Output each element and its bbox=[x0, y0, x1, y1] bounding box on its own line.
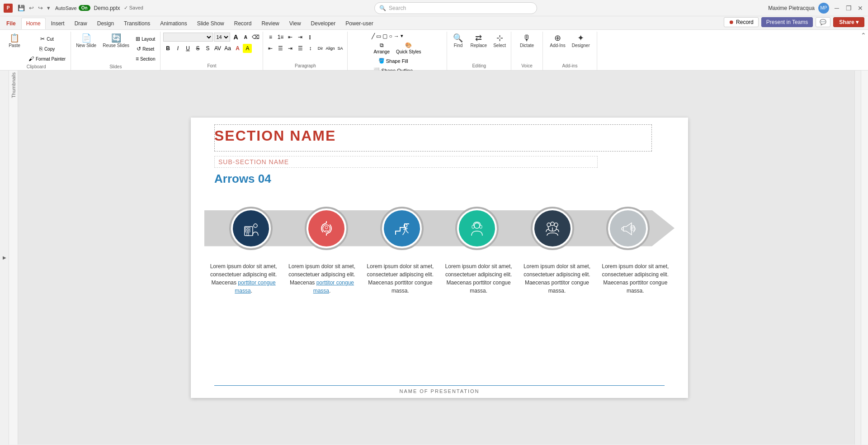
strikethrough-btn[interactable]: S bbox=[193, 44, 202, 53]
align-center-btn[interactable]: ☰ bbox=[276, 44, 285, 53]
share-button[interactable]: Share ▾ bbox=[833, 17, 864, 27]
voice-group-label: Voice bbox=[521, 62, 532, 69]
shape-rounded-rect[interactable]: ▢ bbox=[382, 33, 388, 40]
tab-poweruser[interactable]: Power-user bbox=[341, 18, 377, 29]
tab-design[interactable]: Design bbox=[93, 18, 118, 29]
align-right-btn[interactable]: ⇥ bbox=[286, 44, 295, 53]
shape-arrow[interactable]: → bbox=[393, 33, 400, 40]
minimize-btn[interactable]: ─ bbox=[833, 4, 841, 12]
file-name: Demo.pptx bbox=[94, 5, 120, 11]
change-case-btn[interactable]: Aa bbox=[223, 44, 232, 53]
desc-item-4: Lorem ipsum dolor sit amet, consectetuer… bbox=[443, 262, 515, 295]
svg-point-7 bbox=[323, 225, 330, 232]
shape-line[interactable]: ╱ bbox=[371, 33, 375, 40]
quick-styles-button[interactable]: 🎨 Quick Styles bbox=[394, 41, 424, 56]
circle-outer-3 bbox=[380, 207, 424, 250]
shape-rect[interactable]: ▭ bbox=[376, 33, 382, 40]
dictate-button[interactable]: 🎙 Dictate bbox=[518, 33, 536, 49]
columns-btn[interactable]: ⫿ bbox=[306, 33, 315, 42]
select-button[interactable]: ⊹ Select bbox=[491, 33, 508, 49]
font-family-select[interactable] bbox=[163, 33, 213, 42]
ribbon-group-clipboard: 📋 Paste ✂ Cut ⎘ Copy 🖌 Format Painter Cl… bbox=[2, 32, 71, 70]
section-name[interactable]: SECTION NAME bbox=[214, 128, 652, 144]
justify-btn[interactable]: ☰ bbox=[296, 44, 305, 53]
tab-draw[interactable]: Draw bbox=[70, 18, 92, 29]
qa-save-btn[interactable]: 💾 bbox=[16, 4, 26, 12]
autosave-toggle[interactable]: On bbox=[79, 5, 90, 11]
slide-title[interactable]: Arrows 04 bbox=[214, 172, 271, 186]
numbering-btn[interactable]: 1≡ bbox=[276, 33, 285, 42]
sidebar-toggle[interactable]: ▶ bbox=[0, 71, 9, 445]
desc-link-1[interactable]: porttitor congue massa bbox=[235, 279, 275, 294]
ribbon-collapse-btn[interactable]: ⌃ bbox=[861, 32, 866, 39]
scrollbar-vertical[interactable] bbox=[854, 71, 861, 445]
highlight-btn[interactable]: A bbox=[243, 44, 252, 53]
find-button[interactable]: 🔍 Find bbox=[450, 33, 466, 49]
underline-btn[interactable]: U bbox=[183, 44, 192, 53]
decrease-indent-btn[interactable]: ⇤ bbox=[286, 33, 295, 42]
tab-review[interactable]: Review bbox=[257, 18, 283, 29]
slide-canvas[interactable]: SECTION NAME SUB-SECTION NAME Arrows 04 bbox=[191, 118, 688, 398]
bold-btn[interactable]: B bbox=[163, 44, 172, 53]
quick-access-toolbar: 💾 ↩ ↪ ▾ bbox=[16, 4, 52, 12]
new-slide-button[interactable]: 📄 New Slide bbox=[74, 33, 99, 49]
font-size-select[interactable]: 14 bbox=[214, 33, 230, 42]
align-text-btn[interactable]: Align bbox=[326, 44, 335, 53]
char-spacing-btn[interactable]: AV bbox=[213, 44, 222, 53]
circle-icon-3 bbox=[392, 218, 412, 238]
search-box[interactable]: 🔍 Search bbox=[374, 2, 537, 14]
direction-btn[interactable]: Dir bbox=[316, 44, 325, 53]
tab-view[interactable]: View bbox=[285, 18, 306, 29]
qa-redo-btn[interactable]: ↪ bbox=[37, 4, 44, 12]
restore-btn[interactable]: ❐ bbox=[844, 4, 853, 12]
record-button[interactable]: ⏺ Record bbox=[724, 17, 759, 27]
desc-link-2[interactable]: porttitor congue massa bbox=[313, 279, 354, 294]
italic-btn[interactable]: I bbox=[173, 44, 182, 53]
copy-button[interactable]: ⎘ Copy bbox=[26, 44, 68, 53]
reset-button[interactable]: ↺ Reset bbox=[133, 44, 157, 53]
descriptions-row: Lorem ipsum dolor sit amet, consectetuer… bbox=[204, 262, 675, 295]
bullets-btn[interactable]: ≡ bbox=[266, 33, 275, 42]
tab-insert[interactable]: Insert bbox=[47, 18, 69, 29]
smartart-btn[interactable]: SA bbox=[335, 44, 344, 53]
tab-animations[interactable]: Animations bbox=[156, 18, 191, 29]
autosave: AutoSave On bbox=[55, 5, 90, 11]
shape-fill-button[interactable]: 🪣 Shape Fill bbox=[371, 57, 415, 65]
tab-slideshow[interactable]: Slide Show bbox=[193, 18, 229, 29]
qa-undo-btn[interactable]: ↩ bbox=[28, 4, 35, 12]
format-painter-button[interactable]: 🖌 Format Painter bbox=[26, 54, 68, 63]
align-left-btn[interactable]: ⇤ bbox=[266, 44, 275, 53]
saved-badge: ✓ Saved bbox=[124, 5, 143, 11]
designer-button[interactable]: ✦ Designer bbox=[570, 33, 592, 49]
tab-transitions[interactable]: Transitions bbox=[119, 18, 155, 29]
increase-indent-btn[interactable]: ⇥ bbox=[296, 33, 305, 42]
comments-button[interactable]: 💬 bbox=[816, 17, 830, 27]
cut-button[interactable]: ✂ Cut bbox=[26, 34, 68, 43]
clear-format-btn[interactable]: ⌫ bbox=[251, 33, 260, 42]
shape-oval[interactable]: ○ bbox=[388, 33, 392, 40]
line-spacing-btn[interactable]: ↕ bbox=[306, 44, 315, 53]
section-button[interactable]: ≡ Section bbox=[133, 54, 157, 63]
layout-button[interactable]: ⊞ Layout bbox=[133, 34, 157, 43]
decrease-font-btn[interactable]: A bbox=[241, 33, 250, 42]
shape-more[interactable]: ▾ bbox=[400, 33, 404, 40]
increase-font-btn[interactable]: A bbox=[231, 33, 240, 42]
ribbon-group-voice: 🎙 Dictate Voice bbox=[511, 32, 543, 70]
font-color-btn[interactable]: A bbox=[233, 44, 242, 53]
arrange-button[interactable]: ⧉ Arrange bbox=[371, 41, 392, 56]
autosave-label: AutoSave bbox=[55, 5, 77, 11]
tab-home[interactable]: Home bbox=[21, 18, 46, 29]
subsection-name[interactable]: SUB-SECTION NAME bbox=[214, 156, 598, 168]
tab-record[interactable]: Record bbox=[230, 18, 256, 29]
tab-developer[interactable]: Developer bbox=[307, 18, 340, 29]
close-btn[interactable]: ✕ bbox=[856, 4, 864, 12]
replace-button[interactable]: ⇄ Replace bbox=[468, 33, 489, 49]
addins-button[interactable]: ⊕ Add-Ins bbox=[547, 33, 567, 49]
paste-button[interactable]: 📋 Paste bbox=[5, 33, 24, 49]
thumbnails-label: Thumbnails bbox=[11, 72, 16, 98]
qa-more-btn[interactable]: ▾ bbox=[46, 4, 52, 12]
shadow-btn[interactable]: S bbox=[203, 44, 212, 53]
present-teams-button[interactable]: Present in Teams bbox=[761, 17, 813, 27]
tab-file[interactable]: File bbox=[2, 18, 20, 29]
reuse-slides-button[interactable]: 🔄 Reuse Slides bbox=[100, 33, 132, 49]
